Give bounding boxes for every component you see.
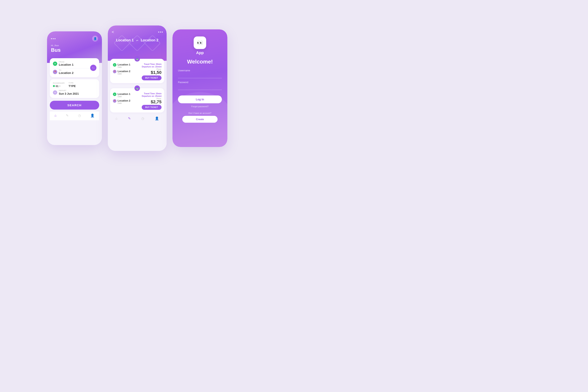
welcome-text: Welcome! [187, 58, 213, 65]
card2-from-date: Date [118, 96, 130, 98]
card2-info: Travel Time: 20min Departure on: 25mint … [142, 92, 162, 110]
dot3 [162, 32, 163, 32]
screen2-bottom-nav: ⌂ ✎ ◷ 👤 [110, 114, 164, 123]
bus-ticket-card-2: 🚌 ➤ Location 1 Date 📍 Location 2 [110, 88, 164, 112]
swap-button[interactable]: ↑↓ [90, 65, 96, 71]
password-input[interactable] [178, 84, 222, 90]
card1-dep-label: Departure on: [142, 66, 155, 68]
depart-icon: ● [53, 90, 57, 95]
depart-info: DEPART Sun 3 Jun 2021 [59, 90, 79, 95]
trip-details-card: PASSENGER 01 TYPE TYPE ● DEPART Sun 3 Ju… [50, 79, 99, 98]
direction-arrow-icon: ⇌ [136, 39, 138, 42]
card1-to-icon: 📍 [113, 70, 116, 73]
bus-icon-1: 🚌 [134, 56, 140, 62]
screen2-menu-dots[interactable] [158, 32, 163, 32]
passenger-type-row: PASSENGER 01 TYPE TYPE [53, 82, 96, 88]
username-group: Useername [178, 69, 222, 78]
bus-icon-2: 🚌 [134, 86, 140, 91]
nav-clock-icon[interactable]: ◷ [78, 114, 81, 118]
card2-to-date: Date [118, 102, 130, 104]
password-group: Password [178, 81, 222, 90]
card1-from-name: Location 1 [118, 63, 130, 66]
page-title: Bus [51, 47, 98, 53]
diamond3 [144, 35, 161, 52]
no-account-text: Don´t have an account? [188, 112, 212, 114]
card1-price-value: $1,50 [142, 70, 162, 75]
nav-edit-icon[interactable]: ✎ [66, 114, 68, 118]
card1-travel-time: Travel Time: 30min [142, 63, 162, 65]
screen2-header: < Location 1 ⇌ Location 2 [108, 26, 166, 61]
card2-from-info: Location 1 Date [118, 92, 130, 98]
card2-to-info: Location 2 Date [118, 99, 130, 104]
dot2 [53, 38, 54, 39]
locations-row: Location 1 ⇌ Location 2 [112, 38, 163, 42]
diamond2 [129, 35, 146, 52]
passenger-dot-gray [59, 86, 60, 87]
back-button[interactable]: < [112, 30, 114, 34]
card2-from-row: ➤ Location 1 Date [113, 92, 140, 98]
search-button[interactable]: SEARCH [50, 101, 99, 110]
greeting-text: Hi, Jhon [51, 44, 98, 47]
screen1-phone: 👤 Hi, Jhon Bus ➤ FROM Location 1 📍 [47, 31, 102, 145]
card2-departure: Departure on: 25mint [142, 95, 162, 97]
from-location-icon: ➤ [53, 62, 57, 66]
s2-nav-clock-icon[interactable]: ◷ [141, 116, 144, 120]
card2-content: ➤ Location 1 Date 📍 Location 2 Date [113, 92, 162, 110]
card2-dep-label: Departure on: [142, 95, 155, 97]
from-to-card: ➤ FROM Location 1 📍 TO Location 2 ↑↓ [50, 58, 99, 77]
nav-user-icon[interactable]: 👤 [90, 114, 94, 118]
card2-travel-time: Travel Time: 20min [142, 92, 162, 95]
to-row[interactable]: 📍 TO Location 2 [53, 69, 96, 74]
card2-buy-button[interactable]: BUY TICKET [142, 105, 162, 110]
diamond1 [114, 35, 130, 52]
type-value: TYPE [68, 84, 76, 88]
card1-from-row: ➤ Location 1 Date [113, 63, 140, 68]
card1-buy-button[interactable]: BUY TICKET [142, 76, 162, 80]
app-logo-icon: 👀 [197, 40, 203, 46]
from-location-text: Location 1 [116, 38, 134, 42]
card2-to-icon: 📍 [113, 99, 116, 103]
card2-to-row: 📍 Location 2 Date [113, 99, 140, 104]
depart-row: ● DEPART Sun 3 Jun 2021 [53, 90, 96, 95]
screen2-top-row: < [112, 30, 163, 34]
card1-content: ➤ Location 1 Date 📍 Location 2 Date [113, 63, 162, 80]
dot2 [160, 32, 161, 32]
card1-info: Travel Time: 30min Departure on: 15mint … [142, 63, 162, 80]
username-input[interactable] [178, 73, 222, 78]
card1-to-date: Date [118, 73, 130, 75]
nav-home-icon[interactable]: ⌂ [54, 114, 56, 118]
card2-locations: ➤ Location 1 Date 📍 Location 2 Date [113, 92, 140, 110]
card1-travel-value: 30min [156, 63, 162, 65]
card1-locations: ➤ Location 1 Date 📍 Location 2 Date [113, 63, 140, 80]
card1-from-date: Date [118, 66, 130, 68]
forgot-password-link[interactable]: Forgot password? [191, 105, 208, 108]
passenger-value-row: 01 [53, 85, 65, 88]
card1-to-row: 📍 Location 2 Date [113, 70, 140, 75]
s2-nav-user-icon[interactable]: 👤 [155, 116, 159, 120]
from-location-name: Location 1 [59, 63, 74, 66]
card1-from-info: Location 1 Date [118, 63, 130, 68]
screen3-bg: 👀 App Welcome! Useername Password Log In… [172, 30, 227, 147]
type-label: TYPE [68, 82, 76, 84]
depart-value: Sun 3 Jun 2021 [59, 92, 79, 95]
to-label: TO [59, 69, 74, 71]
menu-dots[interactable] [51, 38, 56, 39]
passenger-section: PASSENGER 01 [53, 82, 65, 88]
card1-travel-label: Travel Time: [144, 63, 155, 65]
type-section: TYPE TYPE [68, 82, 76, 88]
create-account-button[interactable]: Create [182, 116, 217, 123]
from-row[interactable]: ➤ FROM Location 1 [53, 61, 96, 66]
screen2-phone: < Location 1 ⇌ Location 2 🚌 ➤ Locati [108, 26, 166, 151]
login-button[interactable]: Log In [178, 96, 222, 103]
s2-nav-edit-icon[interactable]: ✎ [128, 116, 131, 120]
to-location-info: TO Location 2 [59, 69, 74, 74]
user-icon: 👤 [94, 37, 97, 40]
avatar-button[interactable]: 👤 [92, 36, 98, 42]
card2-travel-value: 20min [156, 92, 162, 95]
s2-nav-home-icon[interactable]: ⌂ [116, 116, 118, 120]
bus-ticket-card-1: 🚌 ➤ Location 1 Date 📍 Location 2 [110, 59, 164, 83]
password-label: Password [178, 81, 222, 84]
dot3 [54, 38, 56, 39]
card2-price-value: $2,75 [142, 100, 162, 104]
passenger-label: PASSENGER [53, 82, 65, 84]
